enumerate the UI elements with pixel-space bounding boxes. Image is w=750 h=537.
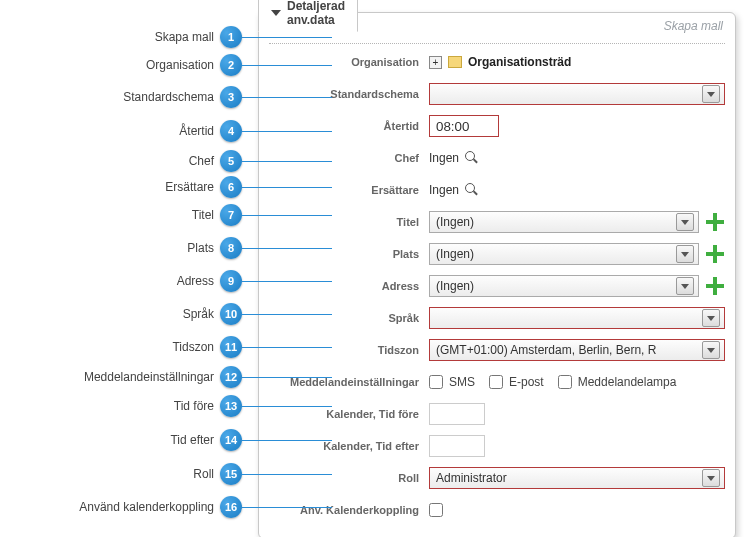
callout-14: Tid efter14 [170,429,242,451]
callout-2: Organisation2 [146,54,242,76]
callout-number-badge: 11 [220,336,242,358]
callout-16: Använd kalenderkoppling16 [79,496,242,518]
chevron-down-icon [702,469,720,487]
callout-15: Roll15 [193,463,242,485]
callout-8: Plats8 [187,237,242,259]
folder-icon [448,56,462,68]
adress-select[interactable]: (Ingen) [429,275,699,297]
callout-11: Tidszon11 [172,336,242,358]
connector-line [242,440,332,441]
tidszon-value: (GMT+01:00) Amsterdam, Berlin, Bern, R [436,343,702,357]
tidszon-select[interactable]: (GMT+01:00) Amsterdam, Berlin, Bern, R [429,339,725,361]
label-titel: Titel [269,216,429,228]
label-tid-fore: Kalender, Tid före [269,408,429,420]
connector-line [242,281,332,282]
callout-label: Roll [193,467,214,481]
label-plats: Plats [269,248,429,260]
callout-number-badge: 9 [220,270,242,292]
callout-label: Ersättare [165,180,214,194]
tab-label: Detaljerad anv.data [287,0,345,27]
label-tid-efter: Kalender, Tid efter [269,440,429,452]
callout-3: Standardschema3 [123,86,242,108]
standardschema-select[interactable] [429,83,725,105]
tree-expand-icon[interactable]: + [429,56,442,69]
chevron-down-icon [676,277,694,295]
lampa-label: Meddelandelampa [578,375,677,389]
callout-label: Plats [187,241,214,255]
atertid-input[interactable] [429,115,499,137]
callout-label: Språk [183,307,214,321]
callout-label: Återtid [179,124,214,138]
callout-5: Chef5 [189,150,242,172]
callout-label: Adress [177,274,214,288]
tid-efter-input[interactable] [429,435,485,457]
tab-detailed-user-data[interactable]: Detaljerad anv.data [258,0,358,32]
label-chef: Chef [269,152,429,164]
callout-4: Återtid4 [179,120,242,142]
connector-line [242,187,332,188]
create-template-link[interactable]: Skapa mall [664,19,723,33]
callout-label: Chef [189,154,214,168]
callout-12: Meddelandeinställningar12 [84,366,242,388]
epost-checkbox[interactable] [489,375,503,389]
epost-label: E-post [509,375,544,389]
callout-number-badge: 5 [220,150,242,172]
callout-10: Språk10 [183,303,242,325]
plats-select[interactable]: (Ingen) [429,243,699,265]
connector-line [242,377,332,378]
connector-line [242,347,332,348]
callout-number-badge: 2 [220,54,242,76]
callout-6: Ersättare6 [165,176,242,198]
chevron-down-icon [271,10,281,16]
chevron-down-icon [702,309,720,327]
callout-label: Titel [192,208,214,222]
connector-line [242,314,332,315]
callout-label: Tid före [174,399,214,413]
search-icon[interactable] [465,151,479,165]
chef-value: Ingen [429,151,459,165]
callout-number-badge: 3 [220,86,242,108]
plats-value: (Ingen) [436,247,676,261]
connector-line [242,161,332,162]
callout-number-badge: 16 [220,496,242,518]
callout-number-badge: 10 [220,303,242,325]
chevron-down-icon [702,341,720,359]
label-standardschema: Standardschema [269,88,429,100]
callout-label: Meddelandeinställningar [84,370,214,384]
titel-value: (Ingen) [436,215,676,229]
chevron-down-icon [702,85,720,103]
callout-label: Organisation [146,58,214,72]
divider [269,43,725,44]
connector-line [242,406,332,407]
connector-line [242,65,332,66]
callout-9: Adress9 [177,270,242,292]
plus-icon[interactable] [705,276,725,296]
adress-value: (Ingen) [436,279,676,293]
callout-number-badge: 12 [220,366,242,388]
ersattare-value: Ingen [429,183,459,197]
label-organisation: Organisation [269,56,429,68]
sprak-select[interactable] [429,307,725,329]
tid-fore-input[interactable] [429,403,485,425]
callout-number-badge: 7 [220,204,242,226]
callout-number-badge: 15 [220,463,242,485]
callout-number-badge: 13 [220,395,242,417]
search-icon[interactable] [465,183,479,197]
callout-1: Skapa mall1 [155,26,242,48]
callout-label: Tid efter [170,433,214,447]
lampa-checkbox[interactable] [558,375,572,389]
connector-line [242,215,332,216]
sms-checkbox[interactable] [429,375,443,389]
connector-line [242,97,332,98]
label-kalenderkoppling: Anv. Kalenderkoppling [269,504,429,516]
kalenderkoppling-checkbox[interactable] [429,503,443,517]
plus-icon[interactable] [705,244,725,264]
organisation-value[interactable]: Organisationsträd [468,55,571,69]
plus-icon[interactable] [705,212,725,232]
roll-select[interactable]: Administrator [429,467,725,489]
titel-select[interactable]: (Ingen) [429,211,699,233]
callout-number-badge: 6 [220,176,242,198]
detail-panel: Skapa mall Organisation + Organisationst… [258,12,736,537]
connector-line [242,507,332,508]
connector-line [242,131,332,132]
